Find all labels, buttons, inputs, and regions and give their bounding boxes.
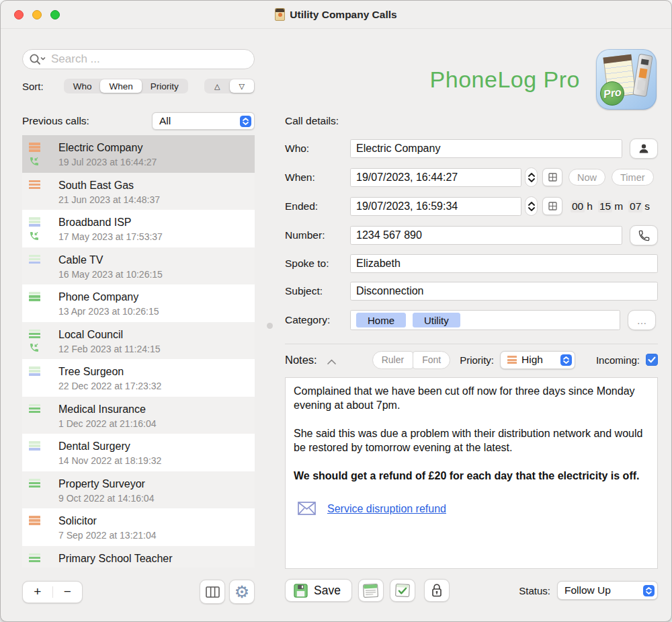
sort-option-when[interactable]: When [100, 79, 141, 93]
search-icon[interactable] [29, 53, 46, 68]
gear-icon: ⚙ [235, 582, 249, 602]
sort-direction-control: △ ▽ [204, 79, 255, 93]
call-duration: 00h 15m 07s [571, 200, 653, 212]
category-more-button[interactable]: … [628, 310, 656, 330]
priority-popup[interactable]: High [500, 351, 575, 369]
call-list-item[interactable]: Electric Company 19 Jul 2023 at 16:44:27 [22, 135, 255, 173]
priority-bars-icon [29, 553, 40, 563]
status-value: Follow Up [564, 584, 611, 596]
lock-button[interactable] [424, 579, 450, 602]
now-button[interactable]: Now [569, 169, 605, 186]
call-datetime: 1 Dec 2022 at 21:16:04 [58, 416, 157, 431]
priority-bars-icon [29, 516, 40, 525]
phone-icon [638, 229, 650, 242]
call-name: Medical Insurance [58, 402, 157, 416]
who-label: Who: [285, 143, 350, 155]
call-list-item[interactable]: Cable TV 16 May 2023 at 10:26:15 [22, 247, 255, 285]
sort-option-priority[interactable]: Priority [142, 79, 187, 93]
close-window-button[interactable] [14, 10, 24, 20]
save-button[interactable]: Save [285, 579, 352, 602]
contact-button[interactable] [630, 139, 658, 159]
call-list-item[interactable]: Solicitor 7 Sep 2022 at 13:21:04 [22, 508, 255, 546]
call-list-item[interactable]: Property Surveyor 9 Oct 2022 at 14:16:04 [22, 471, 255, 509]
call-datetime: 22 Dec 2022 at 17:23:32 [58, 379, 161, 393]
incoming-label: Incoming: [596, 354, 640, 366]
call-list-item[interactable]: Broadband ISP 17 May 2023 at 17:53:37 [22, 210, 255, 247]
call-name: Property Surveyor [58, 477, 154, 491]
subject-field[interactable]: Disconnection [350, 282, 658, 301]
call-datetime: 17 May 2023 at 17:53:37 [58, 229, 163, 244]
when-field[interactable]: 19/07/2023, 16:44:27 [350, 168, 521, 187]
previous-calls-label: Previous calls: [22, 115, 89, 127]
zoom-window-button[interactable] [50, 10, 60, 20]
priority-bars-icon [29, 479, 40, 488]
columns-view-button[interactable] [200, 580, 225, 604]
notes-text-area[interactable]: Complained that we have been cut off now… [285, 377, 658, 569]
notes-paragraph-bold: We should get a refund of £20 for each d… [294, 469, 649, 483]
priority-bars-icon [29, 255, 40, 264]
call-datetime: 12 Feb 2023 at 11:24:15 [58, 342, 161, 356]
call-name: Phone Company [58, 290, 159, 304]
call-name: Primary School Teacher [58, 551, 173, 566]
incoming-checkbox[interactable] [646, 354, 658, 366]
minimize-window-button[interactable] [32, 10, 42, 20]
add-reminder-button[interactable] [390, 579, 415, 602]
add-to-calendar-button[interactable] [358, 579, 384, 602]
calls-filter-popup[interactable]: All [152, 112, 255, 130]
priority-value: High [521, 354, 543, 366]
search-input[interactable] [22, 49, 255, 69]
titlebar: Utility Company Calls [1, 1, 671, 29]
call-datetime: 16 May 2023 at 10:26:15 [58, 267, 163, 282]
app-name: PhoneLog Pro [430, 67, 580, 93]
call-list-item[interactable]: Dental Surgery 14 Nov 2022 at 18:19:32 [22, 434, 255, 471]
notes-label: Notes: [285, 354, 317, 366]
font-button[interactable]: Font [413, 351, 450, 369]
calendar-grid-icon [548, 202, 557, 210]
call-list-item[interactable]: Medical Insurance 1 Dec 2022 at 21:16:04 [22, 397, 255, 434]
who-field[interactable]: Electric Company [350, 139, 622, 158]
priority-bars-icon [29, 441, 40, 451]
ended-stepper[interactable] [525, 196, 538, 216]
call-datetime: 14 Nov 2022 at 18:19:32 [58, 453, 161, 468]
call-list-item[interactable]: Local Council 12 Feb 2023 at 11:24:15 [22, 322, 255, 360]
checkmark-icon [648, 356, 656, 363]
status-popup[interactable]: Follow Up [557, 581, 658, 600]
envelope-icon [298, 502, 316, 515]
timer-button[interactable]: Timer [612, 169, 654, 186]
pro-badge: Pro [603, 86, 622, 101]
call-list-item[interactable]: South East Gas 21 Jun 2023 at 14:48:37 [22, 173, 255, 210]
priority-bars-icon [29, 292, 40, 301]
status-label: Status: [519, 585, 550, 596]
notes-paragraph: She said this was due a problem with the… [294, 426, 649, 455]
category-field[interactable]: Home Utility [350, 310, 620, 330]
call-list-item[interactable]: Tree Surgeon 22 Dec 2022 at 17:23:32 [22, 359, 255, 397]
pane-splitter-handle[interactable] [267, 323, 273, 329]
person-icon [638, 143, 650, 155]
number-field[interactable]: 1234 567 890 [350, 226, 622, 245]
ended-calendar-button[interactable] [542, 197, 562, 215]
collapse-notes-icon[interactable] [327, 355, 336, 367]
spoke-to-field[interactable]: Elizabeth [350, 254, 658, 273]
calls-filter-value: All [159, 115, 171, 127]
remove-call-button[interactable]: − [53, 582, 83, 602]
call-list-item[interactable]: Primary School Teacher [22, 546, 255, 568]
call-list-item[interactable]: Phone Company 13 Apr 2023 at 10:26:15 [22, 284, 255, 322]
dial-button[interactable] [630, 225, 658, 245]
sort-ascending-icon[interactable]: △ [205, 79, 229, 93]
sort-segmented-control: Who When Priority [64, 79, 188, 93]
settings-gear-button[interactable]: ⚙ [229, 580, 255, 604]
when-calendar-button[interactable] [542, 168, 562, 186]
incoming-call-icon [29, 231, 40, 244]
call-name: Cable TV [58, 253, 163, 267]
category-tag-utility: Utility [413, 313, 460, 327]
sort-descending-icon[interactable]: ▽ [230, 79, 254, 93]
when-stepper[interactable] [525, 167, 538, 187]
priority-high-icon [507, 356, 517, 364]
ended-field[interactable]: 19/07/2023, 16:59:34 [350, 197, 521, 216]
ruler-button[interactable]: Ruler [372, 351, 413, 369]
email-template-link[interactable]: Service disruption refund [327, 502, 446, 516]
sort-label: Sort: [22, 81, 44, 92]
calendar-icon [362, 583, 379, 598]
sort-option-who[interactable]: Who [65, 79, 101, 93]
add-call-button[interactable]: + [23, 582, 52, 602]
